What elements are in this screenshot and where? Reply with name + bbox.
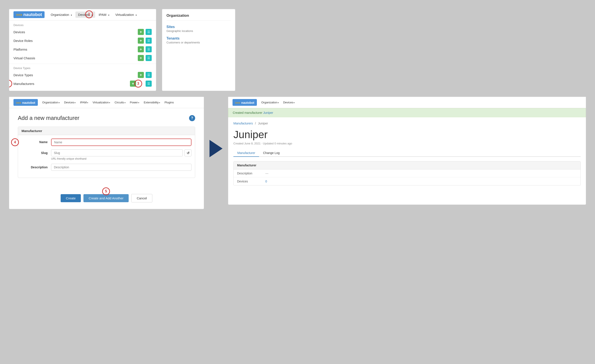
name-label: Name [21,139,48,144]
devices-field-value[interactable]: 0 [265,180,267,183]
devices-add-btn[interactable]: + [138,29,144,35]
slug-input-wrap: ↺ URL-friendly unique shorthand [51,149,191,160]
slug-refresh-btn[interactable]: ↺ [184,149,191,156]
platforms-list-btn[interactable]: ☰ [146,46,152,52]
form-title-row: Add a new manufacturer ? [18,115,195,121]
slug-input[interactable] [51,149,183,156]
sidebar-item-tenants: Tenants Customers or departments [166,36,231,44]
logo-arrows: >>> [16,13,22,17]
form-actions: 5 Create Create and Add Another Cancel [9,189,204,209]
result-body: Manufacturers / Juniper Juniper Created … [228,117,586,190]
tab-manufacturer[interactable]: Manufacturer [234,149,259,157]
result-nav-devices[interactable]: Devices▾ [281,100,297,105]
name-input-wrap [51,139,191,146]
slug-label: Slug [21,149,48,155]
form-nav-power[interactable]: Power▾ [128,100,141,105]
form-nav-items: Organization▾ Devices▾ IPAM▾ Virtualizat… [40,100,175,105]
annotation-5: 5 [102,187,110,195]
arrow-container [210,96,223,157]
form-logo-name: nautobot [22,101,35,105]
annotation-4: 4 [11,138,19,146]
form-nav-ipam[interactable]: IPAM▾ [78,100,90,105]
annotation-3: 3 [134,80,142,88]
sidebar-sites-link[interactable]: Sites [166,25,231,29]
description-field-value: — [265,172,268,175]
slug-hint: URL-friendly unique shorthand [51,157,191,160]
form-nav-devices[interactable]: Devices▾ [62,100,77,105]
devices-list-btn[interactable]: ☰ [146,29,152,35]
result-title: Juniper [234,129,581,140]
annotation-1: 1 [85,10,93,18]
virtual-chassis-list-btn[interactable]: ☰ [146,55,152,61]
breadcrumb-parent[interactable]: Manufacturers [234,122,253,125]
success-link[interactable]: Juniper [263,111,273,114]
platforms-add-btn[interactable]: + [138,46,144,52]
dropdown-section-devices-label: Devices [9,22,156,28]
form-nav-organization[interactable]: Organization▾ [40,100,62,105]
dropdown-item-device-types[interactable]: Device Types + ☰ [9,70,156,79]
result-logo[interactable]: >>> nautobot [233,99,257,106]
result-tabs: Manufacturer Change Log [234,149,581,157]
form-nav-circuits[interactable]: Circuits▾ [113,100,127,105]
slug-input-group: ↺ [51,149,191,156]
logo[interactable]: >>> nautobot [14,11,44,18]
sidebar-tenants-desc: Customers or departments [166,41,231,44]
nav-virtualization[interactable]: Virtualization ▾ [113,12,140,18]
dropdown-item-virtual-chassis[interactable]: Virtual Chassis + ☰ [9,54,156,62]
description-input[interactable] [51,164,191,171]
description-input-wrap [51,164,191,171]
dropdown-item-manufacturers[interactable]: 2 Manufacturers + 3 ☰ [9,79,156,88]
create-button[interactable]: Create [61,194,81,202]
device-roles-add-btn[interactable]: + [138,38,144,44]
dropdown-item-device-roles[interactable]: Device Roles + ☰ [9,36,156,45]
dropdown-item-devices[interactable]: Devices + ☰ [9,28,156,36]
panel-result: >>> nautobot Organization▾ Devices▾ Crea… [228,96,586,205]
annotation-2: 2 [9,80,12,88]
success-text: Created manufacturer [233,111,263,114]
nav-ipam[interactable]: IPAM ▾ [96,12,112,18]
cancel-button[interactable]: Cancel [131,194,152,203]
device-types-add-btn[interactable]: + [138,72,144,78]
form-nav-extensibility[interactable]: Extensibility▾ [142,100,162,105]
nav-organization[interactable]: Organization ▾ [48,12,75,18]
result-logo-name: nautobot [241,101,254,105]
virtual-chassis-add-btn[interactable]: + [138,55,144,61]
form-logo[interactable]: >>> nautobot [14,99,38,106]
form-nav-virtualization[interactable]: Virtualization▾ [91,100,112,105]
result-nav-organization[interactable]: Organization▾ [260,100,281,105]
breadcrumb-current: Juniper [258,122,268,125]
result-navbar: >>> nautobot Organization▾ Devices▾ [228,97,586,108]
manufacturer-section-header: Manufacturer [18,127,195,135]
result-field-devices: Devices 0 [234,177,581,185]
description-field-row: Description [21,164,191,171]
manufacturers-list-btn[interactable]: ☰ [146,81,152,87]
dropdown-section-device-types-label: Device Types [9,65,156,70]
form-nav-plugins[interactable]: Plugins [163,100,176,105]
dropdown-item-platforms[interactable]: Platforms + ☰ [9,45,156,54]
form-logo-arrows: >>> [16,101,21,105]
tab-change-log[interactable]: Change Log [259,149,283,156]
result-meta: Created June 8, 2021 · Updated 0 minutes… [234,142,581,145]
device-types-list-btn[interactable]: ☰ [146,72,152,78]
devices-field-label: Devices [237,180,265,183]
panel-sidebar: Organization Sites Geographic locations … [162,9,236,91]
panel-form: >>> nautobot Organization▾ Devices▾ IPAM… [9,96,204,209]
arrow-right-icon [210,140,223,157]
name-field-row: 4 Name [21,139,191,146]
manufacturer-section: Manufacturer 4 Name Slug [18,127,195,178]
sidebar-tenants-link[interactable]: Tenants [166,36,231,40]
sidebar-sites-desc: Geographic locations [166,29,231,33]
form-fields: 4 Name Slug ↺ [18,135,195,178]
sidebar-item-sites: Sites Geographic locations [166,25,231,33]
breadcrumb-separator: / [255,122,256,125]
sidebar-title: Organization [166,14,231,21]
create-add-another-button[interactable]: Create and Add Another [84,194,129,202]
logo-name: nautobot [23,12,42,17]
device-roles-list-btn[interactable]: ☰ [146,38,152,44]
form-body: Add a new manufacturer ? Manufacturer 4 … [9,108,204,189]
result-section-manufacturer: Manufacturer Description — Devices 0 [234,161,581,185]
help-icon[interactable]: ? [189,115,195,121]
description-label: Description [21,164,48,169]
name-input[interactable] [51,139,191,146]
result-field-description: Description — [234,169,581,177]
